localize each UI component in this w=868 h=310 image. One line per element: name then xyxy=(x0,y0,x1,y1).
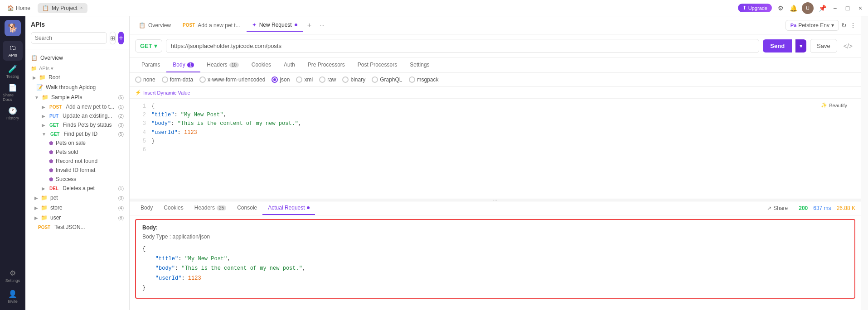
share-button[interactable]: ↗ Share xyxy=(767,205,788,211)
project-tab[interactable]: 📋 My Project × xyxy=(38,3,87,13)
resp-headers-tab[interactable]: Headers 25 xyxy=(189,201,232,215)
resp-actual-request-tab[interactable]: Actual Request xyxy=(262,201,315,215)
sidebar-item-testing[interactable]: 🧪 Testing xyxy=(3,62,23,81)
pets-sold-icon: ⬟ xyxy=(49,149,53,155)
tab-overview[interactable]: 📋 Overview xyxy=(133,19,176,31)
home-tab[interactable]: 🏠 Home xyxy=(4,3,34,13)
graphql-option[interactable]: GraphQL xyxy=(372,76,402,83)
tab-new-request[interactable]: ✦ New Request xyxy=(247,19,303,32)
sidebar-item-history[interactable]: 🕐 History xyxy=(3,103,23,123)
lightning-icon: ⚡ xyxy=(135,90,141,95)
cookies-tab[interactable]: Cookies xyxy=(245,58,277,72)
xml-option[interactable]: xml xyxy=(296,76,313,83)
msgpack-option[interactable]: msgpack xyxy=(409,76,439,83)
pets-on-sale-item[interactable]: ⬟ Pets on sale xyxy=(25,138,129,148)
resp-body-label: Body xyxy=(141,205,153,211)
code-icon[interactable]: </> xyxy=(841,43,855,50)
insert-dynamic-button[interactable]: ⚡ Insert Dynamic Value xyxy=(135,90,190,95)
code-editor[interactable]: ✨ Beautify 1{ 2"title": "My New Post", 3… xyxy=(130,99,861,199)
del-pet-endpoint[interactable]: ▶ DEL Deletes a pet (1) xyxy=(25,184,129,193)
success-icon: ⬟ xyxy=(49,176,53,182)
user-folder[interactable]: ▶ 📁 user (8) xyxy=(25,213,129,223)
urlencoded-option[interactable]: x-www-form-urlencoded xyxy=(199,76,265,83)
msgpack-radio[interactable] xyxy=(409,76,415,83)
tab-add-button[interactable]: + xyxy=(304,19,315,31)
sharedocs-icon: 📄 xyxy=(8,83,17,92)
filter-button[interactable]: ⊞ xyxy=(110,32,116,44)
get-finds-endpoint[interactable]: ▶ GET Finds Pets by status (3) xyxy=(25,120,129,129)
titlebar: 🏠 Home 📋 My Project × ⬆ Upgrade ⚙ 🔔 U 📌 … xyxy=(0,0,868,16)
walkthrough-item[interactable]: 📝 Walk through Apidog xyxy=(25,82,129,92)
store-folder[interactable]: ▶ 📁 store (4) xyxy=(25,203,129,213)
refresh-icon[interactable]: ↻ xyxy=(840,21,848,29)
beautify-button[interactable]: ✨ Beautify xyxy=(821,102,847,108)
pets-sold-item[interactable]: ⬟ Pets sold xyxy=(25,148,129,157)
pin-icon[interactable]: 📌 xyxy=(818,4,826,12)
minimize-icon[interactable]: − xyxy=(831,4,839,12)
json-option[interactable]: json xyxy=(272,76,290,83)
bell-icon[interactable]: 🔔 xyxy=(789,4,797,12)
tab-more-button[interactable]: ··· xyxy=(316,20,328,30)
url-input[interactable] xyxy=(166,39,760,53)
graphql-radio[interactable] xyxy=(372,76,378,83)
upgrade-button[interactable]: ⬆ Upgrade xyxy=(738,4,772,12)
headers-tab[interactable]: Headers 10 xyxy=(200,58,245,72)
success-item[interactable]: ⬟ Success xyxy=(25,175,129,184)
apis-label: APIs xyxy=(8,53,17,57)
get-findbyid-folder[interactable]: ▼ GET Find pet by ID (5) xyxy=(25,129,129,138)
kebab-icon[interactable]: ⋮ xyxy=(849,21,857,29)
none-radio[interactable] xyxy=(135,76,141,83)
urlencoded-radio[interactable] xyxy=(199,76,206,83)
put-pet-endpoint[interactable]: ▶ PUT Update an existing... (2) xyxy=(25,111,129,120)
record-not-found-item[interactable]: ⬟ Record not found xyxy=(25,157,129,166)
overview-item[interactable]: 📋 Overview xyxy=(25,53,129,63)
avatar[interactable]: U xyxy=(802,2,814,14)
resp-body-tab[interactable]: Body xyxy=(135,201,158,215)
invalid-id-item[interactable]: ⬟ Invalid ID format xyxy=(25,166,129,175)
binary-radio[interactable] xyxy=(342,76,349,83)
raw-radio[interactable] xyxy=(319,76,325,83)
post-test-json-endpoint[interactable]: POST Test JSON... xyxy=(25,223,129,232)
sample-apis-folder[interactable]: ▼ 📁 Sample APIs (5) xyxy=(25,92,129,102)
search-input[interactable] xyxy=(31,32,107,44)
raw-label: raw xyxy=(327,76,336,83)
maximize-icon[interactable]: □ xyxy=(844,4,852,12)
form-data-option[interactable]: form-data xyxy=(162,76,193,83)
body-tab[interactable]: Body 1 xyxy=(166,58,200,72)
tab-post-add[interactable]: POST Add a new pet t... xyxy=(177,19,246,31)
settings-tab[interactable]: Settings xyxy=(403,58,436,72)
env-selector[interactable]: Pa Petstore Env ▾ xyxy=(786,20,839,31)
add-button[interactable]: + xyxy=(118,32,124,44)
pre-processors-tab[interactable]: Pre Processors xyxy=(301,58,351,72)
resp-cookies-tab[interactable]: Cookies xyxy=(158,201,189,215)
params-tab[interactable]: Params xyxy=(135,58,166,72)
save-button[interactable]: Save xyxy=(810,39,837,53)
method-select[interactable]: GET ▾ xyxy=(135,39,162,52)
form-data-radio[interactable] xyxy=(162,76,168,83)
binary-option[interactable]: binary xyxy=(342,76,365,83)
sidebar-item-sharedocs[interactable]: 📄 Share Docs xyxy=(3,82,23,102)
root-folder[interactable]: ▶ 📁 Root xyxy=(25,72,129,82)
sidebar-item-apis[interactable]: 🗂 APIs xyxy=(3,41,23,61)
overview-icon: 📋 xyxy=(31,55,38,61)
close-icon[interactable]: × xyxy=(856,4,864,12)
resp-console-tab[interactable]: Console xyxy=(232,201,262,215)
share-label: Share xyxy=(773,205,788,211)
project-tab-close[interactable]: × xyxy=(80,5,83,10)
xml-radio[interactable] xyxy=(296,76,302,83)
settings-icon[interactable]: ⚙ xyxy=(776,4,785,12)
auth-tab[interactable]: Auth xyxy=(277,58,301,72)
none-option[interactable]: none xyxy=(135,76,155,83)
resp-line-3: "body": "This is the content of my new p… xyxy=(142,264,848,274)
sidebar-item-settings[interactable]: ⚙ Settings xyxy=(3,266,23,286)
send-arrow-button[interactable]: ▾ xyxy=(795,39,806,52)
sidebar-item-invite[interactable]: 👤 Invite xyxy=(3,286,23,306)
json-radio[interactable] xyxy=(272,76,278,83)
send-button[interactable]: Send xyxy=(763,39,792,52)
sharedocs-label: Share Docs xyxy=(3,93,23,102)
post-processors-tab[interactable]: Post Processors xyxy=(351,58,403,72)
raw-option[interactable]: raw xyxy=(319,76,336,83)
pet-folder[interactable]: ▶ 📁 pet (3) xyxy=(25,193,129,203)
post-pet-endpoint[interactable]: ▶ POST Add a new pet to t... (1) xyxy=(25,102,129,111)
project-tab-label: My Project xyxy=(52,5,78,11)
